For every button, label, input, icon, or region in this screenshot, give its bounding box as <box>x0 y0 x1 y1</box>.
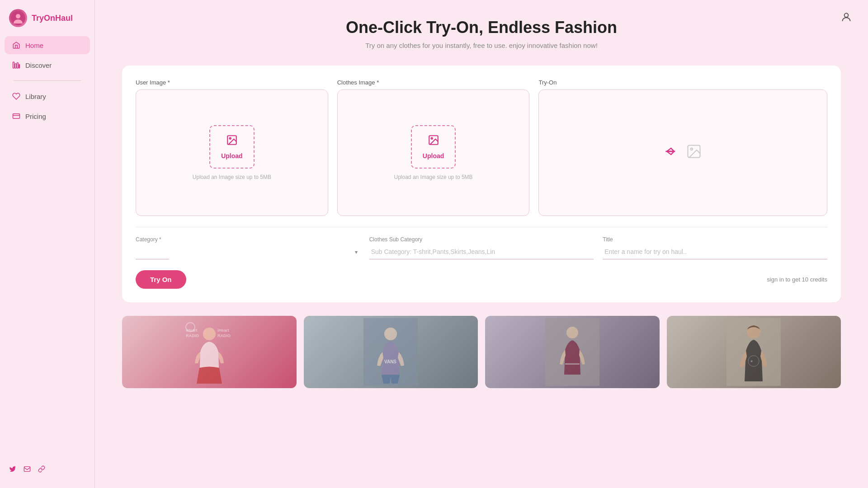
sidebar-item-home-label: Home <box>25 42 43 49</box>
category-select[interactable]: Tops Bottoms Dresses Outerwear <box>136 244 169 259</box>
sidebar-item-home[interactable]: Home <box>5 36 90 54</box>
clothes-upload-hint: Upload an Image size up to 5MB <box>394 174 473 180</box>
svg-rect-3 <box>13 62 14 68</box>
gallery-item-4[interactable]: ★ <box>667 316 841 388</box>
user-upload-hint: Upload an Image size up to 5MB <box>193 174 271 180</box>
sidebar-item-pricing-label: Pricing <box>25 113 46 120</box>
sub-category-input[interactable] <box>369 244 594 259</box>
app-name: TryOnHaul <box>32 14 73 23</box>
svg-point-0 <box>844 13 849 17</box>
sidebar-divider <box>14 80 81 81</box>
svg-text:★: ★ <box>750 359 753 363</box>
gallery-item-3[interactable] <box>485 316 660 388</box>
twitter-icon[interactable] <box>9 465 16 474</box>
main-content: One-Click Try-On, Endless Fashion Try on… <box>95 0 868 488</box>
category-group: Category * Tops Bottoms Dresses Outerwea… <box>136 236 360 259</box>
hero-title: One-Click Try-On, Endless Fashion <box>122 18 841 37</box>
gallery-item-1[interactable]: iHeart RADIO iHeart RADIO <box>122 316 297 388</box>
user-image-col: User Image * Upload Upload an Image size <box>136 79 328 216</box>
svg-text:VANS: VANS <box>384 359 396 364</box>
title-label: Title <box>603 236 827 243</box>
title-group: Title <box>603 236 827 259</box>
sidebar-item-library[interactable]: Library <box>5 87 90 105</box>
svg-rect-29 <box>565 363 580 365</box>
user-image-upload-box[interactable]: Upload Upload an Image size up to 5MB <box>136 89 328 216</box>
category-label: Category * <box>136 236 360 243</box>
chevron-down-icon: ▾ <box>355 249 358 255</box>
upload-row: User Image * Upload Upload an Image size <box>136 79 827 216</box>
svg-point-2 <box>16 14 20 19</box>
svg-point-10 <box>229 138 231 139</box>
svg-rect-6 <box>19 65 20 68</box>
form-row: Category * Tops Bottoms Dresses Outerwea… <box>136 227 827 259</box>
sidebar-item-discover-label: Discover <box>25 61 52 69</box>
sidebar: TryOnHaul Home Discover <box>0 0 95 488</box>
svg-rect-8 <box>24 467 30 472</box>
tryon-arrow-icon <box>664 145 677 160</box>
svg-text:RADIO: RADIO <box>186 333 199 338</box>
sub-category-group: Clothes Sub Category <box>369 236 594 259</box>
svg-point-17 <box>690 148 693 150</box>
user-image-label: User Image * <box>136 79 328 86</box>
sidebar-nav: Home Discover Library <box>0 36 94 125</box>
svg-rect-4 <box>15 64 16 68</box>
sidebar-item-discover[interactable]: Discover <box>5 56 90 74</box>
clothes-image-label: Clothes Image * <box>337 79 530 86</box>
gallery-placeholder-3 <box>485 316 660 388</box>
home-icon <box>12 41 21 50</box>
svg-point-23 <box>203 328 216 340</box>
upload-section: User Image * Upload Upload an Image size <box>122 66 841 302</box>
sidebar-item-pricing[interactable]: Pricing <box>5 107 90 125</box>
discover-icon <box>12 61 21 70</box>
clothes-image-upload-box[interactable]: Upload Upload an Image size up to 5MB <box>337 89 530 216</box>
svg-text:RADIO: RADIO <box>217 333 231 338</box>
pricing-icon <box>12 112 21 121</box>
user-image-upload-btn[interactable]: Upload <box>209 125 254 169</box>
sidebar-footer <box>0 461 94 479</box>
svg-rect-5 <box>17 63 19 68</box>
hero-subtitle: Try on any clothes for you instantly, fr… <box>122 42 841 49</box>
user-upload-icon <box>226 134 238 149</box>
tryon-label: Try-On <box>538 79 827 86</box>
clothes-image-upload-btn[interactable]: Upload <box>411 125 456 169</box>
svg-rect-7 <box>13 114 20 119</box>
try-on-button[interactable]: Try On <box>136 270 186 289</box>
svg-point-12 <box>431 138 432 139</box>
svg-point-25 <box>384 328 397 340</box>
svg-text:iHeart: iHeart <box>217 328 229 333</box>
tryon-result-col: Try-On <box>538 79 827 216</box>
sidebar-item-library-label: Library <box>25 93 46 100</box>
sub-category-label: Clothes Sub Category <box>369 236 594 243</box>
svg-point-28 <box>566 327 578 338</box>
gallery-item-2[interactable]: VANS <box>304 316 478 388</box>
gallery-placeholder-2: VANS <box>304 316 478 388</box>
app-logo[interactable]: TryOnHaul <box>0 9 94 36</box>
action-row: Try On sign in to get 10 credits <box>136 270 827 289</box>
gallery-placeholder-4: ★ <box>667 316 841 388</box>
category-select-wrapper: Tops Bottoms Dresses Outerwear ▾ <box>136 244 360 259</box>
gallery-section: iHeart RADIO iHeart RADIO <box>122 316 841 388</box>
clothes-upload-btn-text: Upload <box>423 152 444 160</box>
clothes-upload-icon <box>428 134 439 149</box>
link-icon[interactable] <box>38 465 45 474</box>
title-input[interactable] <box>603 244 827 259</box>
hero-section: One-Click Try-On, Endless Fashion Try on… <box>122 18 841 49</box>
sign-in-hint: sign in to get 10 credits <box>767 276 827 283</box>
library-icon <box>12 92 21 101</box>
email-icon[interactable] <box>24 465 31 474</box>
tryon-placeholder-icon <box>686 143 702 163</box>
tryon-result-box <box>538 89 827 216</box>
logo-avatar <box>9 9 27 27</box>
user-profile-button[interactable] <box>838 9 854 25</box>
clothes-image-col: Clothes Image * Upload Upload an Image s <box>337 79 530 216</box>
gallery-placeholder-1: iHeart RADIO iHeart RADIO <box>122 316 297 388</box>
user-upload-btn-text: Upload <box>221 152 242 160</box>
